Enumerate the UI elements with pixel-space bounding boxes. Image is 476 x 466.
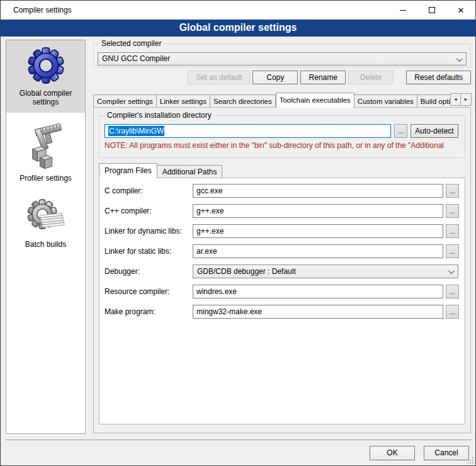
chevron-down-icon (456, 55, 463, 62)
settings-tab-strip: Compiler settings Linker settings Search… (93, 93, 472, 108)
rename-button[interactable]: Rename (300, 71, 346, 84)
tab-search-directories[interactable]: Search directories (210, 94, 276, 108)
tab-compiler-settings[interactable]: Compiler settings (93, 94, 157, 108)
selected-text: C:\raylib\MinGW (108, 126, 164, 136)
selected-compiler-group-label: Selected compiler (99, 39, 164, 48)
cpp-compiler-row: C++ compiler: g++.exe ... (105, 204, 458, 218)
compiler-settings-dialog: Compiler settings ✕ Global compiler sett… (0, 0, 476, 466)
installation-directory-group: Compiler's installation directory C:\ray… (99, 115, 465, 158)
sidebar-item-label: Profiler settings (9, 174, 82, 183)
tab-scroll-right-icon[interactable]: ► (461, 93, 472, 106)
program-files-tab-strip: Program Files Additional Paths (99, 163, 465, 178)
sidebar-item-profiler-settings[interactable]: Profiler settings (6, 116, 85, 189)
selected-compiler-group: Selected compiler GNU GCC Compiler (93, 43, 471, 67)
make-program-row: Make program: mingw32-make.exe ... (105, 305, 458, 319)
close-icon: ✕ (458, 6, 465, 14)
tab-custom-variables[interactable]: Custom variables (354, 94, 417, 108)
sidebar-item-label: Batch builds (9, 240, 82, 249)
debugger-label: Debugger: (105, 264, 191, 278)
cpp-compiler-browse-button[interactable]: ... (446, 204, 459, 218)
resource-compiler-row: Resource compiler: windres.exe ... (105, 285, 458, 298)
set-as-default-button: Set as default (188, 71, 250, 84)
resource-compiler-browse-button[interactable]: ... (446, 285, 459, 298)
maximize-button[interactable] (417, 1, 446, 20)
sidebar-item-global-compiler-settings[interactable]: Global compiler settings (6, 40, 85, 113)
compiler-select-value: GNU GCC Compiler (102, 54, 170, 63)
toolchain-executables-panel: Compiler's installation directory C:\ray… (93, 107, 471, 433)
chevron-down-icon (448, 268, 455, 274)
tab-scroll-left-icon[interactable]: ◄ (450, 93, 461, 106)
maximize-icon (429, 7, 435, 13)
delete-button: Delete (348, 71, 394, 84)
dynamic-linker-input[interactable]: g++.exe (193, 224, 443, 238)
window-title: Compiler settings (1, 6, 72, 14)
resize-grip[interactable] (467, 457, 473, 463)
copy-button[interactable]: Copy (252, 71, 298, 84)
title-bar: Compiler settings ✕ (1, 1, 475, 20)
debugger-row: Debugger: GDB/CDB debugger : Default (105, 264, 458, 278)
dynamic-linker-row: Linker for dynamic libs: g++.exe ... (105, 224, 458, 238)
dynamic-linker-browse-button[interactable]: ... (446, 224, 459, 238)
c-compiler-label: C compiler: (105, 184, 191, 198)
close-button[interactable]: ✕ (446, 1, 475, 20)
debugger-value: GDB/CDB debugger : Default (197, 267, 296, 276)
window-controls: ✕ (388, 1, 475, 20)
installation-directory-row: C:\raylib\MinGW ... Auto-detect (105, 124, 460, 138)
minimize-button[interactable] (388, 1, 417, 20)
make-program-label: Make program: (105, 305, 191, 319)
make-program-input[interactable]: mingw32-make.exe (193, 305, 443, 319)
sidebar-item-label: Global compiler settings (9, 89, 82, 106)
static-linker-input[interactable]: ar.exe (193, 244, 443, 258)
tab-additional-paths[interactable]: Additional Paths (157, 165, 223, 178)
minimize-icon (400, 10, 406, 11)
resource-compiler-input[interactable]: windres.exe (193, 285, 443, 298)
dynamic-linker-label: Linker for dynamic libs: (105, 224, 191, 238)
c-compiler-row: C compiler: gcc.exe ... (105, 184, 458, 198)
c-compiler-browse-button[interactable]: ... (446, 184, 459, 198)
debugger-dropdown[interactable]: GDB/CDB debugger : Default (193, 264, 458, 278)
compiler-actions: Set as default Copy Rename Delete Reset … (93, 71, 471, 84)
installation-directory-group-label: Compiler's installation directory (105, 111, 214, 120)
footer-divider (6, 440, 472, 440)
page-title: Global compiler settings (1, 20, 475, 37)
bin-subdirectory-note: NOTE: All programs must exist either in … (105, 141, 463, 150)
gray-gear-stack-icon (26, 197, 65, 236)
resource-compiler-label: Resource compiler: (105, 285, 191, 298)
installation-directory-input[interactable]: C:\raylib\MinGW (105, 124, 391, 138)
caliper-icon (26, 121, 65, 170)
ok-button[interactable]: OK (370, 446, 415, 460)
tab-program-files[interactable]: Program Files (99, 163, 157, 178)
cpp-compiler-label: C++ compiler: (105, 204, 191, 218)
cancel-button[interactable]: Cancel (424, 446, 469, 460)
c-compiler-input[interactable]: gcc.exe (193, 184, 443, 198)
tab-toolchain-executables[interactable]: Toolchain executables (276, 93, 354, 108)
make-program-browse-button[interactable]: ... (446, 305, 459, 319)
reset-defaults-button[interactable]: Reset defaults (406, 71, 471, 84)
sidebar-item-batch-builds[interactable]: Batch builds (6, 193, 85, 255)
blue-gear-icon (26, 45, 65, 85)
static-linker-browse-button[interactable]: ... (446, 244, 459, 258)
auto-detect-button[interactable]: Auto-detect (411, 124, 458, 138)
tab-scroll-controls: ◄ ► (450, 93, 472, 106)
compiler-select-dropdown[interactable]: GNU GCC Compiler (98, 52, 467, 65)
browse-directory-button[interactable]: ... (394, 124, 407, 138)
static-linker-label: Linker for static libs: (105, 244, 191, 258)
static-linker-row: Linker for static libs: ar.exe ... (105, 244, 458, 258)
cpp-compiler-input[interactable]: g++.exe (193, 204, 443, 218)
settings-category-sidebar: Global compiler settings (6, 40, 86, 434)
tab-linker-settings[interactable]: Linker settings (157, 94, 210, 108)
program-files-panel: C compiler: gcc.exe ... C++ compiler: g+… (99, 178, 465, 424)
